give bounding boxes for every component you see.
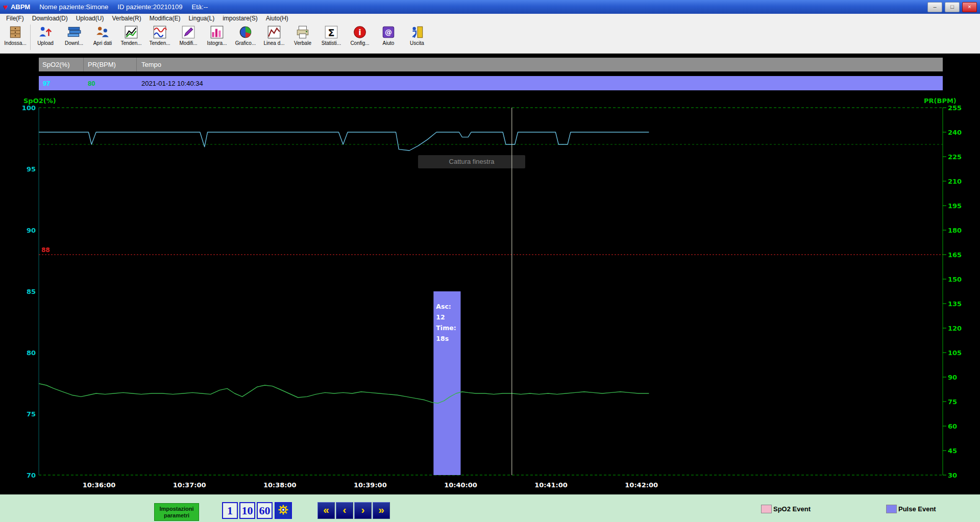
menu-upload[interactable]: Upload(U): [72, 14, 108, 23]
col-header-pr: PR(BPM): [84, 58, 137, 71]
pulse-event-bar-text: 12: [436, 313, 445, 321]
left-axis-tick-label: 75: [27, 410, 36, 418]
app-heart-icon: ♥: [3, 3, 8, 11]
right-axis-title: PR(BPM): [924, 97, 957, 105]
left-axis-tick-label: 70: [27, 471, 36, 479]
toolbar-divider: [30, 24, 31, 50]
parameter-settings-label-2: parametri: [164, 512, 189, 519]
toolbar-button-tendenza-1[interactable]: Tenden...: [117, 23, 145, 53]
toolbar-button-config[interactable]: i Config...: [346, 23, 374, 53]
report-icon: [295, 24, 310, 40]
patient-name: Nome paziente:Simone: [39, 3, 108, 11]
menu-download[interactable]: Download(D): [28, 14, 72, 23]
toolbar-button-grafico[interactable]: Grafico...: [231, 23, 260, 53]
menu-aiuto[interactable]: Aiuto(H): [262, 14, 292, 23]
interval-button-group: 1 10 60: [222, 502, 273, 519]
right-axis-tick-label: 120: [948, 325, 962, 332]
svg-text:Σ: Σ: [328, 27, 334, 39]
menu-verbale[interactable]: Verbale(R): [108, 14, 145, 23]
menu-modifica[interactable]: Modifica(E): [145, 14, 185, 23]
trend-chart[interactable]: 88Asc:12Time:18s100959085807570255240225…: [0, 54, 980, 494]
menu-impostare[interactable]: impostare(S): [218, 14, 262, 23]
trend-graph-icon: [152, 24, 167, 40]
interval-1-button[interactable]: 1: [222, 502, 238, 519]
parameter-settings-label-1: Impostazioni: [159, 506, 193, 512]
menu-bar: File(F) Download(D) Upload(U) Verbale(R)…: [0, 14, 980, 23]
upload-icon: [38, 24, 53, 40]
right-axis-tick-label: 255: [948, 104, 962, 112]
left-axis-tick-label: 95: [27, 165, 36, 173]
main-chart-area: 88Asc:12Time:18s100959085807570255240225…: [0, 54, 980, 494]
menu-file[interactable]: File(F): [2, 14, 28, 23]
step-forward-button[interactable]: ›: [354, 502, 372, 519]
left-axis-tick-label: 100: [22, 104, 36, 112]
toolbar-label: Grafico...: [235, 40, 256, 46]
right-axis-tick-label: 45: [948, 447, 957, 455]
row-spo2-value: 97: [39, 76, 84, 90]
right-axis-tick-label: 150: [948, 276, 962, 283]
pulse-event-bar-text: 18s: [436, 335, 449, 342]
capture-window-tooltip: Cattura finestra: [418, 155, 525, 168]
menu-lingua[interactable]: Lingua(L): [184, 14, 218, 23]
spo2-event-label: SpO2 Event: [773, 505, 811, 513]
right-axis-tick-label: 90: [948, 374, 957, 381]
right-axis-tick-label: 180: [948, 227, 962, 234]
statistics-icon: Σ: [324, 24, 339, 40]
spo2-event-legend: SpO2 Event: [761, 505, 811, 513]
toolbar-button-indossa[interactable]: Indossa...: [1, 23, 30, 53]
toolbar-button-statistica[interactable]: Σ Statisti...: [317, 23, 346, 53]
interval-60-button[interactable]: 60: [257, 502, 273, 519]
refresh-settings-button[interactable]: [275, 502, 292, 519]
pulse-event-bar-text: Asc:: [436, 303, 451, 310]
toolbar-button-uscita[interactable]: Uscita: [403, 23, 431, 53]
app-title: ABPM: [11, 3, 30, 11]
toolbar-button-download[interactable]: Downl...: [60, 23, 88, 53]
fast-backward-button[interactable]: «: [317, 502, 335, 519]
toolbar-button-istogramma[interactable]: Istogra...: [203, 23, 231, 53]
toolbar-button-upload[interactable]: Upload: [31, 23, 60, 53]
title-bar: ♥ ABPM Nome paziente:Simone ID paziente:…: [0, 0, 980, 14]
left-axis-title: SpO2(%): [23, 97, 56, 105]
toolbar-button-tendenza-2[interactable]: Tenden...: [145, 23, 174, 53]
navigation-button-group: « ‹ › »: [317, 502, 390, 519]
toolbar-label: Aiuto: [383, 40, 395, 46]
toolbar-label: Tenden...: [120, 40, 141, 46]
toolbar-label: Indossa...: [4, 40, 26, 46]
parameter-settings-button[interactable]: Impostazioni parametri: [154, 503, 199, 521]
selected-reading-row[interactable]: 97 80 2021-01-12 10:40:34: [39, 76, 943, 90]
x-axis-tick-label: 10:38:00: [263, 481, 297, 489]
toolbar-button-linea[interactable]: Linea d...: [260, 23, 288, 53]
gear-icon: [277, 504, 289, 518]
toolbar-button-verbale[interactable]: Verbale: [288, 23, 317, 53]
abpm-application-window: { "window": { "title_app": "ABPM", "pati…: [0, 0, 980, 522]
x-axis-tick-label: 10:42:00: [625, 481, 658, 489]
close-button[interactable]: ×: [962, 2, 977, 12]
histogram-icon: [209, 24, 225, 40]
edit-icon: [181, 24, 196, 40]
toolbar-button-aiuto[interactable]: @ Aiuto: [374, 23, 403, 53]
help-icon: @: [381, 24, 396, 40]
left-axis-tick-label: 85: [27, 288, 36, 295]
table-header: SpO2(%) PR(BPM) Tempo: [39, 58, 943, 71]
row-pr-value: 80: [84, 76, 137, 90]
interval-10-button[interactable]: 10: [239, 502, 255, 519]
series-spo2-line: [39, 132, 649, 151]
toolbar-button-apri-dati[interactable]: Apri dati: [88, 23, 117, 53]
toolbar-label: Linea d...: [263, 40, 284, 46]
window-controls: – □ ×: [927, 2, 977, 12]
pulse-event-bar-text: Time:: [436, 324, 456, 332]
right-axis-tick-label: 30: [948, 471, 957, 479]
toolbar-label: Downl...: [65, 40, 83, 46]
fast-forward-button[interactable]: »: [373, 502, 390, 519]
toolbar-button-modifica[interactable]: Modifi...: [174, 23, 203, 53]
right-axis-tick-label: 135: [948, 300, 962, 308]
minimize-button[interactable]: –: [927, 2, 942, 12]
left-axis-tick-label: 90: [27, 227, 36, 234]
step-backward-button[interactable]: ‹: [336, 502, 353, 519]
right-axis-tick-label: 210: [948, 178, 962, 185]
col-header-spo2: SpO2(%): [39, 58, 84, 71]
svg-text:@: @: [385, 28, 392, 36]
maximize-button[interactable]: □: [945, 2, 960, 12]
toolbar-label: Apri dati: [93, 40, 112, 46]
toolbar-label: Statisti...: [322, 40, 341, 46]
